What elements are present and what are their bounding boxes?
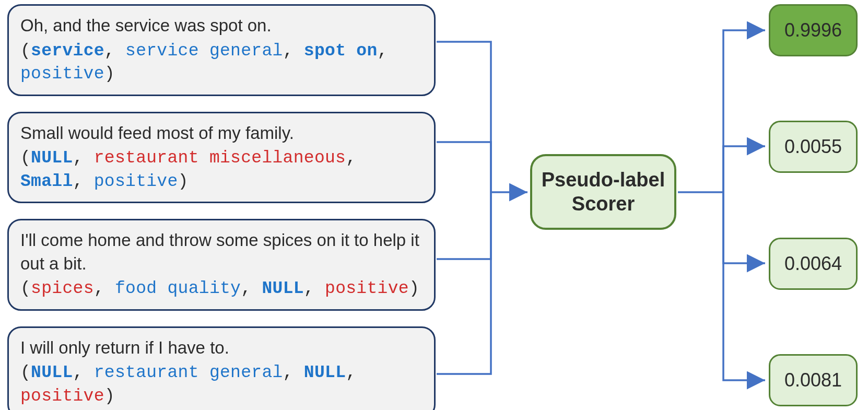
tuple-polarity: positive <box>20 386 104 406</box>
example-sentence: Oh, and the service was spot on. <box>20 14 423 38</box>
tuple-opinion: NULL <box>304 363 346 382</box>
example-tuple: (NULL, restaurant miscellaneous, Small, … <box>20 147 423 193</box>
input-examples-column: Oh, and the service was spot on. (servic… <box>7 4 436 410</box>
tuple-aspect: NULL <box>31 363 73 382</box>
example-sentence: Small would feed most of my family. <box>20 122 423 145</box>
tuple-category: restaurant general <box>94 363 283 382</box>
output-scores-column: 0.9996 0.0055 0.0064 0.0081 <box>769 4 863 406</box>
pseudo-label-scorer-box: Pseudo-label Scorer <box>530 154 676 230</box>
tuple-polarity: positive <box>20 64 104 84</box>
example-tuple: (service, service general, spot on, posi… <box>20 40 423 86</box>
example-card: Oh, and the service was spot on. (servic… <box>7 4 436 96</box>
example-card: Small would feed most of my family. (NUL… <box>7 112 436 204</box>
example-card: I will only return if I have to. (NULL, … <box>7 326 436 410</box>
example-sentence: I will only return if I have to. <box>20 336 423 360</box>
example-tuple: (spices, food quality, NULL, positive) <box>20 277 423 301</box>
tuple-polarity: positive <box>325 279 409 298</box>
scorer-label: Pseudo-label Scorer <box>542 168 665 216</box>
tuple-aspect: spices <box>31 279 94 298</box>
example-card: I'll come home and throw some spices on … <box>7 219 436 311</box>
score-box: 0.0081 <box>769 354 858 406</box>
tuple-category: service general <box>125 41 283 61</box>
tuple-category: restaurant miscellaneous <box>94 148 346 168</box>
score-box: 0.0064 <box>769 238 858 290</box>
tuple-opinion: NULL <box>262 279 303 298</box>
tuple-category: food quality <box>115 279 241 298</box>
score-box: 0.0055 <box>769 121 858 173</box>
example-sentence: I'll come home and throw some spices on … <box>20 229 423 275</box>
tuple-aspect: NULL <box>31 148 73 168</box>
example-tuple: (NULL, restaurant general, NULL, positiv… <box>20 361 423 408</box>
tuple-opinion: spot on <box>304 41 378 61</box>
tuple-opinion: Small <box>20 172 73 191</box>
score-box: 0.9996 <box>769 4 858 56</box>
tuple-aspect: service <box>31 41 104 61</box>
tuple-polarity: positive <box>94 172 178 191</box>
